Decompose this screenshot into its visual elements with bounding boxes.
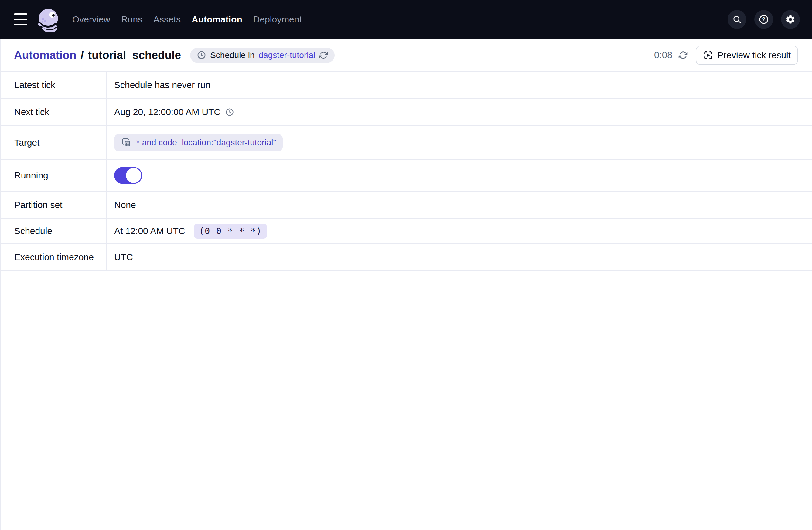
- nav-item-overview[interactable]: Overview: [72, 14, 110, 25]
- search-button[interactable]: [728, 10, 746, 29]
- primary-nav-links: Overview Runs Assets Automation Deployme…: [72, 14, 302, 25]
- top-navigation-bar: Overview Runs Assets Automation Deployme…: [0, 0, 812, 39]
- settings-button[interactable]: [781, 10, 800, 29]
- nav-item-runs[interactable]: Runs: [121, 14, 142, 25]
- header-actions: 0:08 Preview tick result: [654, 46, 798, 65]
- row-next-tick: Next tick Aug 20, 12:00:00 AM UTC: [0, 99, 812, 126]
- page-header: Automation / tutorial_schedule Schedule …: [0, 39, 812, 72]
- tick-countdown-group: 0:08: [654, 50, 688, 61]
- nav-right-actions: ?: [728, 10, 800, 29]
- nav-item-assets[interactable]: Assets: [153, 14, 181, 25]
- refresh-icon[interactable]: [678, 50, 688, 60]
- help-icon: ?: [758, 14, 769, 25]
- row-schedule: Schedule At 12:00 AM UTC (0 0 * * *): [0, 219, 812, 244]
- sync-icon[interactable]: [319, 51, 328, 59]
- asset-selection-icon: [121, 137, 132, 148]
- latest-tick-label: Latest tick: [0, 72, 107, 98]
- next-tick-value: Aug 20, 12:00:00 AM UTC: [114, 107, 220, 117]
- dagster-logo-icon[interactable]: [35, 6, 61, 32]
- preview-button-label: Preview tick result: [717, 50, 791, 60]
- asset-selection-text: * and code_location:"dagster-tutorial": [136, 138, 276, 148]
- schedule-label: Schedule: [0, 219, 107, 244]
- preview-tick-result-button[interactable]: Preview tick result: [696, 46, 798, 65]
- page-title: tutorial_schedule: [88, 49, 181, 62]
- execution-timezone-label: Execution timezone: [0, 244, 107, 270]
- next-tick-label: Next tick: [0, 99, 107, 126]
- breadcrumb: Automation / tutorial_schedule: [14, 49, 181, 62]
- partition-set-label: Partition set: [0, 192, 107, 218]
- row-target: Target: [0, 126, 812, 160]
- latest-tick-value: Schedule has never run: [114, 80, 211, 90]
- nav-item-deployment[interactable]: Deployment: [253, 14, 302, 25]
- running-label: Running: [0, 160, 107, 191]
- clock-icon: [197, 50, 206, 60]
- svg-text:?: ?: [762, 16, 766, 23]
- schedule-value: At 12:00 AM UTC: [114, 226, 185, 236]
- gear-icon: [785, 14, 796, 25]
- search-icon: [732, 15, 742, 24]
- schedule-details-table: Latest tick Schedule has never run Next …: [0, 72, 812, 271]
- asset-selection-tag[interactable]: * and code_location:"dagster-tutorial": [114, 134, 283, 151]
- schedule-location-prefix: Schedule in: [210, 50, 255, 60]
- schedule-location-tag: Schedule in dagster-tutorial: [190, 48, 335, 63]
- running-toggle[interactable]: [114, 167, 142, 184]
- row-partition-set: Partition set None: [0, 192, 812, 219]
- nav-item-automation[interactable]: Automation: [192, 14, 242, 25]
- row-latest-tick: Latest tick Schedule has never run: [0, 72, 812, 99]
- partition-set-value: None: [114, 200, 136, 210]
- help-button[interactable]: ?: [754, 10, 773, 29]
- window-left-edge: [0, 39, 1, 530]
- countdown-timer: 0:08: [654, 50, 672, 61]
- target-label: Target: [0, 126, 107, 159]
- menu-hamburger-icon[interactable]: [14, 13, 27, 26]
- preview-tick-icon: [703, 50, 713, 60]
- execution-timezone-value: UTC: [114, 252, 133, 262]
- dagster-schedule-page: Overview Runs Assets Automation Deployme…: [0, 0, 812, 530]
- breadcrumb-separator: /: [81, 49, 84, 62]
- clock-icon: [225, 108, 234, 117]
- cron-expression-tag: (0 0 * * *): [194, 224, 266, 239]
- row-running: Running: [0, 160, 812, 192]
- breadcrumb-automation-link[interactable]: Automation: [14, 49, 76, 62]
- code-location-link[interactable]: dagster-tutorial: [259, 50, 316, 60]
- row-execution-timezone: Execution timezone UTC: [0, 244, 812, 271]
- toggle-knob: [126, 168, 141, 183]
